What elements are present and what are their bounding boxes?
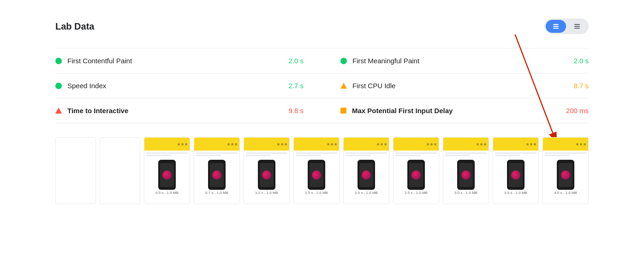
- metric-row-speed-index: Speed Index 2.7 s: [55, 73, 322, 98]
- svg-rect-3: [574, 24, 580, 25]
- svg-rect-4: [574, 26, 580, 27]
- metric-value-si: 2.7 s: [288, 82, 304, 90]
- metric-row-first-contentful-paint: First Contentful Paint 2.0 s: [55, 48, 322, 73]
- metric-label-fci: First CPU Idle: [352, 82, 573, 90]
- metric-row-first-cpu-idle: First CPU Idle 8.7 s: [322, 73, 589, 98]
- toggle-grid-view[interactable]: [567, 20, 587, 33]
- film-frame-8: 3.5 s - 1.0 MB: [493, 137, 539, 204]
- svg-rect-1: [553, 26, 559, 27]
- film-frame-5: 2.0 s - 1.0 MB: [343, 137, 389, 204]
- filmstrip: 0.5 s - 1.0 MB 0.7 s - 1.0 MB 1.2 s - 1.…: [55, 137, 589, 204]
- film-frame-2: 0.7 s - 1.0 MB: [194, 137, 240, 204]
- film-frame-3: 1.2 s - 1.0 MB: [244, 137, 290, 204]
- metric-label-tti: Time to Interactive: [67, 107, 288, 115]
- green-circle-icon-fmp: [340, 58, 347, 64]
- svg-rect-0: [553, 24, 559, 25]
- svg-rect-5: [574, 28, 580, 29]
- orange-square-icon-fid: [340, 108, 346, 114]
- metrics-grid: First Contentful Paint 2.0 s First Meani…: [55, 48, 589, 123]
- metric-row-max-fid: Max Potential First Input Delay 200 ms: [322, 98, 589, 123]
- orange-triangle-icon-fci: [340, 83, 347, 89]
- metric-label-fmp: First Meaningful Paint: [352, 57, 573, 65]
- metric-label-si: Speed Index: [67, 82, 288, 90]
- film-frame-4: 1.5 s - 1.0 MB: [293, 137, 340, 204]
- green-circle-icon-si: [55, 83, 62, 89]
- metric-value-fci: 8.7 s: [573, 82, 589, 90]
- film-frame-7: 3.0 s - 1.0 MB: [443, 137, 489, 204]
- lab-data-title: Lab Data: [55, 21, 94, 32]
- toggle-list-view[interactable]: [546, 20, 566, 33]
- film-frame-6: 2.5 s - 1.0 MB: [393, 137, 439, 204]
- red-triangle-icon-tti: [55, 108, 62, 114]
- view-toggle-group: [544, 18, 589, 34]
- metric-value-fid: 200 ms: [566, 107, 589, 115]
- green-circle-icon: [55, 58, 62, 64]
- metric-value-fmp: 2.0 s: [573, 57, 589, 65]
- metric-label-fcp: First Contentful Paint: [67, 57, 288, 65]
- film-frame-9: 4.0 s - 1.0 MB: [543, 137, 589, 204]
- svg-rect-2: [553, 28, 559, 29]
- metric-label-fid: Max Potential First Input Delay: [352, 107, 566, 115]
- film-frame-blank-2: [100, 137, 140, 204]
- metric-row-tti: Time to Interactive 9.8 s: [55, 98, 322, 123]
- metric-value-tti: 9.8 s: [288, 107, 304, 115]
- metric-value-fcp: 2.0 s: [288, 57, 304, 65]
- film-frame-blank-1: [55, 137, 96, 204]
- film-frame-1: 0.5 s - 1.0 MB: [144, 137, 190, 204]
- metric-row-first-meaningful-paint: First Meaningful Paint 2.0 s: [322, 48, 589, 73]
